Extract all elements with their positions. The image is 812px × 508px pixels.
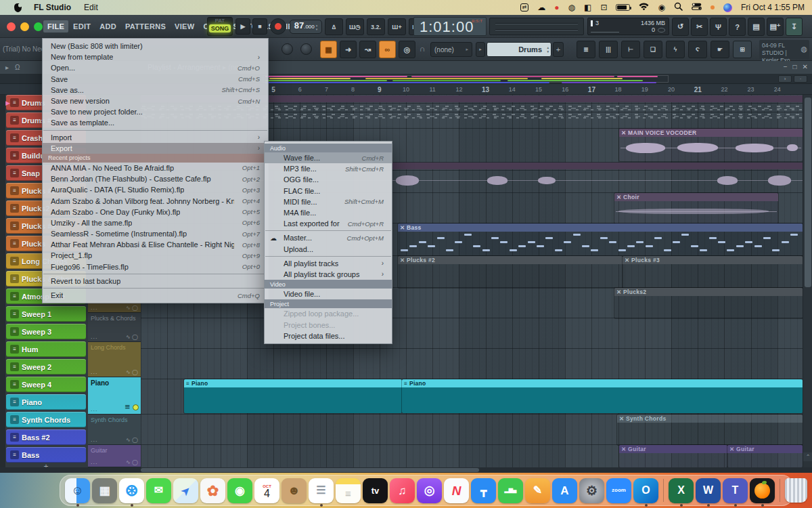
menu-item-umziky-all-the-same-flp[interactable]: Umziky - All the same.flpOpt+6 xyxy=(43,217,268,228)
track-header-menu[interactable]: ... xyxy=(91,459,98,465)
menu-item-all-playlist-tracks[interactable]: All playlist tracks› xyxy=(265,258,392,269)
fl-menu-patterns[interactable]: PATTERNS xyxy=(121,20,170,33)
zoom-traffic-light[interactable] xyxy=(34,22,43,31)
menu-item-last-exported-format-s-[interactable]: Last exported format(s)...Cmd+Opt+R xyxy=(265,218,392,229)
picker-item-bass-2[interactable]: ≡Bass #2 xyxy=(6,429,86,445)
tempo-display[interactable]: 87.000 ▴▾ xyxy=(290,20,322,34)
globe-icon[interactable]: ◍ xyxy=(568,3,575,12)
menu-item-import[interactable]: Import› xyxy=(43,132,268,143)
ruler-bar-21[interactable]: 21 xyxy=(694,86,702,93)
ruler-bar-17[interactable]: 17 xyxy=(588,86,595,93)
antivirus-icon[interactable]: ● xyxy=(554,3,559,12)
menu-item-video-file-[interactable]: Video file... xyxy=(265,289,392,299)
launchpad-dock-icon[interactable]: ▦ xyxy=(92,478,117,503)
capture-icon[interactable]: ⊡ xyxy=(600,3,607,12)
menu-item-m4a-file-[interactable]: M4A file... xyxy=(265,207,392,218)
picker-button[interactable]: ❏ xyxy=(644,41,662,58)
ruler-bar-10[interactable]: 10 xyxy=(403,86,409,93)
menu-item-mp3-file-[interactable]: MP3 file...Shift+Cmd+R xyxy=(265,163,392,174)
ruler-bar-23[interactable]: 23 xyxy=(748,86,754,93)
playlist-view-button[interactable]: ▦ xyxy=(320,41,337,58)
menu-item-new-from-template[interactable]: New from template› xyxy=(43,51,268,62)
zoom-dock-icon[interactable]: zoom xyxy=(606,478,631,503)
contacts-dock-icon[interactable]: ☻ xyxy=(281,478,307,503)
menu-item-save-to-new-project-folder-[interactable]: Save to new project folder... xyxy=(43,106,268,117)
menubar-clock[interactable]: Fri Oct 4 1:55 PM xyxy=(741,3,805,12)
maps-dock-icon[interactable]: ➤ xyxy=(173,478,198,503)
clip-plucks2[interactable]: ✕ Plucks2 xyxy=(614,288,803,318)
track-header-icons[interactable]: ∿ ◯ xyxy=(126,437,138,443)
menu-item-adam-szabo-johan-vilborg-feat-johnny-norberg-knock-me-out-flp[interactable]: Adam Szabo & Johan Vilborg feat. Johnny … xyxy=(43,195,268,206)
minimize-traffic-light[interactable] xyxy=(20,22,29,31)
wifi-icon[interactable] xyxy=(639,3,649,12)
ruler-bar-13[interactable]: 13 xyxy=(482,86,489,93)
help-button[interactable]: ? xyxy=(729,18,746,36)
track-header-guitar[interactable]: Guitar...∿ ◯ xyxy=(88,445,141,467)
play-circle-icon[interactable]: ◉ xyxy=(658,3,664,12)
siri-icon[interactable] xyxy=(723,3,732,12)
menu-item-fuego96-timeflies-flp[interactable]: Fuego96 - TimeFlies.flpOpt+0 xyxy=(43,261,268,272)
menu-item-midi-file-[interactable]: MIDI file...Shift+Cmd+M xyxy=(265,196,392,207)
pat-song-toggle[interactable]: PAT SONG xyxy=(207,17,233,36)
headphones-icon[interactable]: Ω xyxy=(15,64,20,71)
ruler-bar-24[interactable]: 24 xyxy=(774,86,781,93)
clip-synth-chords[interactable]: ✕ Synth Chords xyxy=(617,415,803,445)
menu-item-save-as-template-[interactable]: Save as template... xyxy=(43,117,268,128)
master-sliders[interactable] xyxy=(489,18,584,35)
ruler-bar-19[interactable]: 19 xyxy=(641,86,648,93)
teamviewer-icon[interactable]: ⇄ xyxy=(520,3,529,12)
apple-menu-icon[interactable] xyxy=(14,3,22,12)
clip-plucks-2[interactable]: ✕ Plucks #2 xyxy=(398,256,623,288)
track-header-menu[interactable]: ... xyxy=(91,304,98,311)
ruler-bar-16[interactable]: 16 xyxy=(562,86,568,93)
main-pitch-knob[interactable] xyxy=(300,43,312,55)
track-header-piano[interactable]: Piano...≡ xyxy=(88,377,141,415)
clip-bass[interactable]: ✕ Bass xyxy=(398,224,803,256)
menubar-item-edit[interactable]: Edit xyxy=(84,3,98,12)
play-button[interactable]: ▶ xyxy=(235,18,250,35)
control-center-icon[interactable] xyxy=(692,3,702,12)
track-select-dot[interactable] xyxy=(133,404,139,410)
notes-dock-icon[interactable]: ≡ xyxy=(336,478,361,503)
horizontal-scrollbar[interactable] xyxy=(0,467,812,473)
track-header-long-chords[interactable]: Long Chords...∿ ◯ xyxy=(88,342,141,377)
countdown-button[interactable]: 3.2. xyxy=(367,18,385,35)
record-button[interactable] xyxy=(270,18,286,35)
clip-piano[interactable]: ≡ Piano xyxy=(184,379,402,413)
metronome-button[interactable]: ∆ xyxy=(325,18,343,35)
menu-item-benn-jordan-the-flashbulb-cassette-cafe-flp[interactable]: Benn Jordan (The Flashbulb) - Cassette C… xyxy=(43,173,268,184)
time-display[interactable]: 1:01:00 B:S:T xyxy=(413,17,487,36)
clip-guitar[interactable]: ✕ Guitar xyxy=(727,445,803,467)
menu-item-zipped-loop-package-[interactable]: Zipped loop package... xyxy=(265,308,392,319)
ruler-bar-7[interactable]: 7 xyxy=(325,86,328,93)
menu-item-flac-file-[interactable]: FLAC file... xyxy=(265,186,392,196)
track-header-icons[interactable]: ∿ ◯ xyxy=(126,305,138,311)
calendar-dock-icon[interactable]: OCT4 xyxy=(254,478,279,503)
keynote-dock-icon[interactable]: ┳ xyxy=(471,478,496,503)
picker-item-hum[interactable]: ≡Hum xyxy=(6,341,86,357)
settings-dock-icon[interactable]: ⚙ xyxy=(579,478,604,503)
fl-menu-edit[interactable]: EDIT xyxy=(69,20,95,33)
track-header-synth-chords[interactable]: Synth Chords...∿ ◯ xyxy=(88,415,141,445)
flstudio-dock-icon[interactable] xyxy=(750,478,775,503)
fl-menu-file[interactable]: FILE xyxy=(43,20,68,33)
fl-menu-add[interactable]: ADD xyxy=(95,20,120,33)
menu-item-new-basic-808-with-limiter-[interactable]: New (Basic 808 with limiter) xyxy=(43,41,268,51)
ruler-bar-15[interactable]: 15 xyxy=(535,86,542,93)
ruler-bar-18[interactable]: 18 xyxy=(615,86,622,93)
ruler-bar-12[interactable]: 12 xyxy=(455,86,462,93)
photos-dock-icon[interactable]: ✿ xyxy=(200,478,225,503)
track-header-plucks-chords[interactable]: Plucks & Chords...∿ ◯ xyxy=(88,313,141,342)
playlist-minimize-button[interactable]: − xyxy=(784,63,788,70)
track-header-icons[interactable]: ∿ ◯ xyxy=(126,369,138,375)
link-button[interactable]: ∞ xyxy=(379,41,396,58)
menu-item-exit[interactable]: ExitCmd+Q xyxy=(43,290,268,301)
pages-dock-icon[interactable]: ✎ xyxy=(525,478,550,503)
track-header-menu[interactable]: ... xyxy=(91,368,98,375)
touch-button[interactable]: ☛ xyxy=(710,41,729,58)
reminders-dock-icon[interactable]: ☰ xyxy=(309,478,334,503)
word-dock-icon[interactable]: W xyxy=(696,478,721,503)
add-track-button[interactable]: + xyxy=(5,463,87,467)
track-header-icons[interactable]: ∿ ◯ xyxy=(126,334,138,340)
menu-item-anna-mia-no-need-to-be-afraid-flp[interactable]: ANNA MIA - No Need To Be Afraid.flpOpt+1 xyxy=(43,163,268,173)
